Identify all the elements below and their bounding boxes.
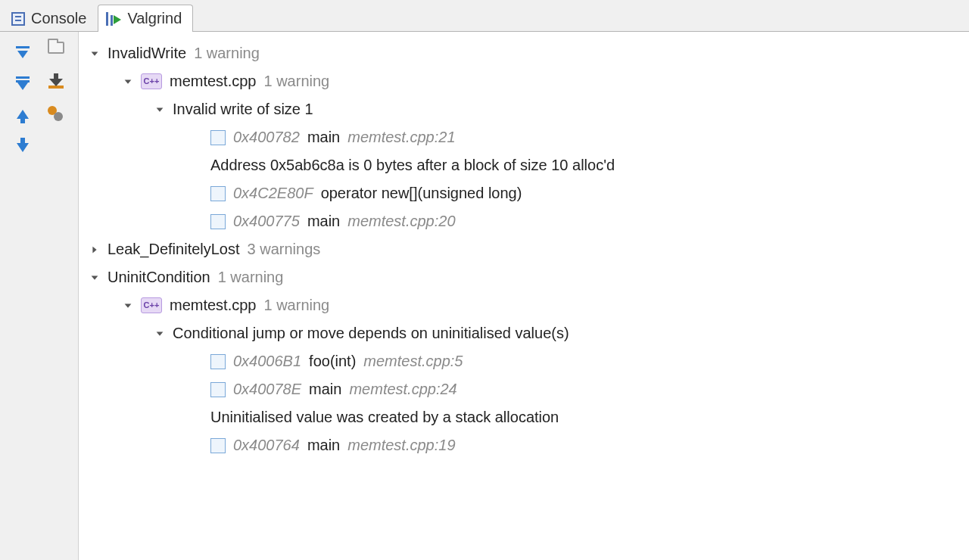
aux-message-text: Address 0x5ab6c8a is 0 bytes after a blo…	[210, 154, 615, 177]
frame-location: memtest.cpp:19	[347, 434, 455, 457]
collapse-all-button[interactable]	[14, 73, 31, 89]
aux-message-row[interactable]: Address 0x5ab6c8a is 0 bytes after a blo…	[79, 151, 969, 179]
message-row[interactable]: Conditional jump or move depends on unin…	[79, 319, 969, 347]
frame-function: operator new[](unsigned long)	[321, 182, 522, 205]
download-button[interactable]	[48, 73, 64, 89]
frame-address: 0x400775	[233, 210, 300, 233]
message-row[interactable]: Invalid write of size 1	[79, 95, 969, 123]
stack-frame-icon	[210, 382, 226, 397]
stack-frame-icon	[210, 186, 226, 201]
stack-frame-icon	[210, 354, 226, 369]
frame-function: main	[307, 126, 340, 149]
stack-frame-row[interactable]: 0x400782mainmemtest.cpp:21	[79, 123, 969, 151]
error-group-count: 1 warning	[194, 42, 260, 65]
message-text: Conditional jump or move depends on unin…	[173, 322, 569, 345]
error-group-name: UninitCondition	[107, 266, 210, 289]
chevron-down-icon[interactable]	[89, 272, 100, 283]
chevron-down-icon[interactable]	[154, 104, 165, 115]
message-text: Invalid write of size 1	[173, 98, 313, 121]
stack-frame-icon	[210, 214, 226, 229]
chevron-down-icon[interactable]	[154, 328, 165, 339]
tab-valgrind[interactable]: Valgrind	[98, 5, 193, 32]
settings-button[interactable]	[48, 106, 64, 123]
frame-address: 0x4C2E80F	[233, 182, 313, 205]
frame-location: memtest.cpp:21	[347, 126, 455, 149]
valgrind-icon	[106, 12, 121, 26]
stack-frame-icon	[210, 438, 226, 453]
file-name: memtest.cpp	[170, 70, 256, 93]
expand-all-button[interactable]	[14, 39, 31, 56]
frame-address: 0x40078E	[233, 378, 301, 401]
frame-location: memtest.cpp:20	[347, 210, 455, 233]
frame-function: main	[307, 210, 340, 233]
side-toolbar	[0, 32, 79, 560]
console-icon	[11, 12, 25, 26]
folder-button[interactable]	[48, 39, 64, 56]
tab-bar: Console Valgrind	[0, 0, 969, 32]
stack-frame-row[interactable]: 0x40078Emainmemtest.cpp:24	[79, 375, 969, 403]
stack-frame-row[interactable]: 0x4C2E80Foperator new[](unsigned long)	[79, 179, 969, 207]
frame-function: foo(int)	[309, 350, 356, 373]
error-group-name: InvalidWrite	[107, 42, 186, 65]
chevron-right-icon[interactable]	[89, 244, 100, 255]
chevron-down-icon[interactable]	[123, 300, 133, 311]
frame-function: main	[309, 378, 341, 401]
chevron-down-icon[interactable]	[89, 48, 100, 59]
cpp-file-icon: C++	[141, 73, 162, 89]
error-group-name: Leak_DefinitelyLost	[107, 238, 240, 261]
stack-frame-icon	[210, 130, 226, 145]
file-count: 1 warning	[263, 70, 329, 93]
frame-address: 0x4006B1	[233, 350, 301, 373]
file-row[interactable]: C++memtest.cpp1 warning	[79, 67, 969, 95]
file-row[interactable]: C++memtest.cpp1 warning	[79, 291, 969, 319]
tab-console[interactable]: Console	[3, 5, 98, 32]
frame-location: memtest.cpp:5	[363, 350, 463, 373]
error-group-count: 3 warnings	[248, 238, 321, 261]
stack-frame-row[interactable]: 0x4006B1foo(int)memtest.cpp:5	[79, 347, 969, 375]
next-error-button[interactable]	[14, 139, 31, 156]
file-count: 1 warning	[263, 294, 329, 317]
stack-frame-row[interactable]: 0x400764mainmemtest.cpp:19	[79, 431, 969, 459]
cpp-file-icon: C++	[141, 297, 162, 313]
frame-location: memtest.cpp:24	[349, 378, 456, 401]
error-group-row[interactable]: InvalidWrite1 warning	[79, 39, 969, 67]
chevron-down-icon[interactable]	[123, 76, 133, 87]
stack-frame-row[interactable]: 0x400775mainmemtest.cpp:20	[79, 207, 969, 235]
aux-message-row[interactable]: Uninitialised value was created by a sta…	[79, 403, 969, 431]
prev-error-button[interactable]	[14, 106, 31, 123]
tab-valgrind-label: Valgrind	[127, 10, 182, 27]
error-group-row[interactable]: UninitCondition1 warning	[79, 263, 969, 291]
tab-console-label: Console	[31, 10, 86, 27]
frame-function: main	[307, 434, 340, 457]
frame-address: 0x400782	[233, 126, 300, 149]
frame-address: 0x400764	[233, 434, 300, 457]
error-group-count: 1 warning	[218, 266, 284, 289]
error-group-row[interactable]: Leak_DefinitelyLost3 warnings	[79, 235, 969, 263]
aux-message-text: Uninitialised value was created by a sta…	[210, 406, 559, 429]
issues-tree: InvalidWrite1 warningC++memtest.cpp1 war…	[79, 32, 969, 560]
file-name: memtest.cpp	[170, 294, 256, 317]
